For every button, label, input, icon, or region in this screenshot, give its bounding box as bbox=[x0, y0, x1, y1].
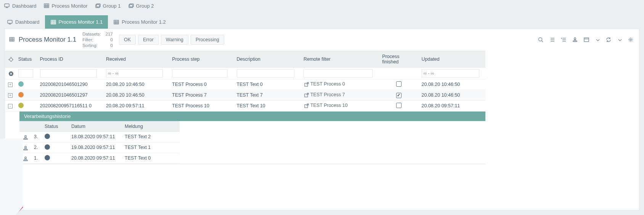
nav-label: Dashboard bbox=[12, 3, 37, 9]
cell-pid: 202008201046501290 bbox=[37, 79, 103, 90]
remote-filter-link[interactable]: TEST Process 7 bbox=[304, 92, 345, 97]
finished-checkbox[interactable] bbox=[396, 93, 401, 98]
status-filter-buttons: OK Error Warning Processing bbox=[119, 35, 224, 45]
stamp-icon bbox=[572, 37, 578, 43]
cell-pid: 202008201046501297 bbox=[37, 90, 103, 100]
filter-remote-input[interactable] bbox=[304, 69, 373, 78]
cell-updated: 20.08.20 10:46:50 bbox=[419, 90, 485, 100]
remote-filter-link[interactable]: TEST Process 0 bbox=[304, 81, 345, 87]
process-grid: Status Process ID Received Process step … bbox=[5, 51, 639, 164]
remote-filter-link[interactable]: TEST Process 10 bbox=[304, 103, 348, 108]
table-row[interactable]: + 202008201046501290 20.08.20 10:46:50 T… bbox=[5, 79, 485, 90]
external-link-icon bbox=[304, 92, 309, 97]
close-icon bbox=[8, 71, 13, 76]
status-dot bbox=[18, 81, 24, 87]
search-icon bbox=[538, 37, 544, 43]
expand-toggle[interactable]: - bbox=[8, 104, 13, 108]
search-button[interactable] bbox=[538, 37, 544, 43]
nav-group-1[interactable]: Group 1 bbox=[95, 3, 121, 9]
top-nav: Dashboard Process Monitor Group 1 Group … bbox=[0, 0, 644, 11]
window-button[interactable] bbox=[583, 37, 589, 43]
cell-received: 20.08.20 10:46:50 bbox=[103, 79, 169, 90]
header-status[interactable]: Status bbox=[15, 51, 37, 67]
cell-received: 20.08.20 10:46:50 bbox=[103, 90, 169, 100]
status-dot bbox=[18, 92, 24, 97]
nav-process-monitor[interactable]: Process Monitor bbox=[43, 3, 88, 9]
dataset-counts: Datasets: 217 Filter: 0 Sorting: 0 bbox=[82, 31, 113, 48]
status-dot bbox=[18, 103, 24, 108]
header-process-step[interactable]: Process step bbox=[169, 51, 233, 67]
gear-icon bbox=[628, 37, 634, 43]
history-msg: TEST Text 2 bbox=[122, 131, 180, 142]
window-dropdown[interactable] bbox=[595, 37, 600, 42]
list-view-button[interactable] bbox=[549, 37, 555, 43]
finished-checkbox[interactable] bbox=[396, 103, 401, 108]
monitor-icon bbox=[4, 3, 10, 9]
chevron-down-icon bbox=[595, 37, 600, 42]
history-col-meldung[interactable]: Meldung bbox=[122, 121, 180, 131]
history-msg: TEST Text 1 bbox=[122, 142, 180, 153]
stack-icon bbox=[128, 3, 134, 9]
table-row[interactable]: - 202008200957116511 0 20.08.20 09:57:11… bbox=[5, 100, 485, 111]
expand-toggle[interactable]: + bbox=[8, 82, 13, 87]
header-process-id[interactable]: Process ID bbox=[37, 51, 103, 67]
remote-text: TEST Process 0 bbox=[310, 81, 345, 87]
title-bar: Process Monitor 1.1 Datasets: 217 Filter… bbox=[5, 29, 639, 51]
header-updated[interactable]: Updated bbox=[419, 51, 485, 67]
history-col-datum[interactable]: Datum bbox=[68, 121, 122, 131]
filter-clear[interactable] bbox=[5, 67, 15, 79]
cell-step: TEST Process 0 bbox=[169, 79, 233, 90]
status-error-button[interactable]: Error bbox=[138, 35, 159, 45]
refresh-button[interactable] bbox=[605, 37, 612, 43]
cell-step: TEST Process 7 bbox=[169, 90, 233, 100]
chevron-down-icon bbox=[617, 37, 622, 42]
history-idx: 3. bbox=[31, 131, 42, 142]
nav-label: Group 2 bbox=[136, 3, 154, 9]
tab-label: Process Monitor 1.2 bbox=[122, 19, 166, 25]
header-expand[interactable] bbox=[5, 51, 15, 67]
filter-received-input[interactable] bbox=[106, 69, 163, 78]
finished-checkbox[interactable] bbox=[396, 81, 401, 87]
header-process-finished[interactable]: Process finished bbox=[379, 51, 418, 67]
filter-value: 0 bbox=[106, 37, 113, 43]
stamp-button[interactable] bbox=[572, 37, 578, 43]
filter-desc-input[interactable] bbox=[237, 69, 294, 78]
status-processing-button[interactable]: Processing bbox=[191, 35, 224, 45]
remote-text: TEST Process 10 bbox=[310, 103, 348, 108]
tab-process-monitor-11[interactable]: Process Monitor 1.1 bbox=[45, 15, 108, 29]
tab-dashboard[interactable]: Dashboard bbox=[2, 15, 45, 29]
history-col-status[interactable]: Status bbox=[42, 121, 68, 131]
tab-process-monitor-12[interactable]: Process Monitor 1.2 bbox=[108, 15, 171, 29]
nav-group-2[interactable]: Group 2 bbox=[128, 3, 154, 9]
sorting-label: Sorting: bbox=[82, 43, 101, 48]
history-row[interactable]: 2. 19.08.2020 09:57:11 TEST Text 1 bbox=[19, 142, 180, 153]
nav-dashboard[interactable]: Dashboard bbox=[4, 3, 37, 9]
status-ok-button[interactable]: OK bbox=[119, 35, 136, 45]
status-warning-button[interactable]: Warning bbox=[161, 35, 188, 45]
settings-button[interactable] bbox=[628, 37, 634, 43]
sub-tabs: Dashboard Process Monitor 1.1 Process Mo… bbox=[0, 15, 644, 29]
header-description[interactable]: Description bbox=[234, 51, 300, 67]
filter-updated-input[interactable] bbox=[422, 69, 480, 78]
list-collapse-button[interactable] bbox=[560, 37, 567, 43]
history-date: 18.08.2020 09:57:11 bbox=[68, 131, 122, 142]
expand-toggle[interactable]: + bbox=[8, 93, 13, 98]
table-row[interactable]: + 202008201046501297 20.08.20 10:46:50 T… bbox=[5, 90, 485, 100]
external-link-icon bbox=[304, 103, 309, 108]
grid-icon bbox=[43, 3, 50, 9]
history-row[interactable]: 1. 20.08.2020 09:57:11 TEST Text 0 bbox=[19, 153, 180, 163]
history-date: 20.08.2020 09:57:11 bbox=[68, 153, 122, 163]
grid-icon bbox=[9, 36, 16, 43]
history-idx: 2. bbox=[31, 142, 42, 153]
list-collapse-icon bbox=[560, 37, 567, 43]
refresh-dropdown[interactable] bbox=[617, 37, 622, 42]
stamp-icon bbox=[22, 145, 28, 150]
nav-label: Process Monitor bbox=[52, 3, 88, 9]
history-row[interactable]: 3. 18.08.2020 09:57:11 TEST Text 2 bbox=[19, 131, 180, 142]
filter-step-input[interactable] bbox=[172, 69, 228, 78]
window-icon bbox=[583, 37, 589, 43]
filter-status-input[interactable] bbox=[18, 69, 33, 78]
filter-pid-input[interactable] bbox=[40, 69, 97, 78]
header-received[interactable]: Received bbox=[103, 51, 169, 67]
header-remote-filter[interactable]: Remote filter bbox=[300, 51, 379, 67]
